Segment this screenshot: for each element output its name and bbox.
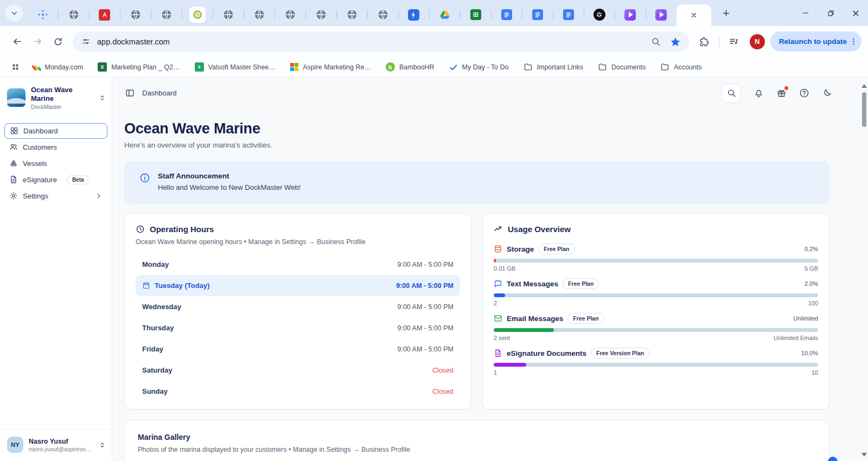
chevron-up-down-icon (98, 441, 106, 449)
close-tab-icon[interactable] (690, 11, 698, 19)
pinned-tab[interactable] (584, 5, 615, 24)
card-title: Usage Overview (508, 225, 571, 234)
dark-mode-button[interactable] (822, 88, 832, 98)
scroll-up-button[interactable] (861, 82, 867, 89)
pinned-tab[interactable] (244, 5, 275, 24)
pinned-tab[interactable] (89, 5, 120, 24)
bookmark-label: Marketing Plan _ Q2… (111, 63, 180, 71)
pinned-tab[interactable] (367, 5, 398, 24)
back-button[interactable] (7, 31, 27, 52)
pinned-tab[interactable] (305, 5, 336, 24)
sidebar-item-dashboard[interactable]: Dashboard (4, 123, 107, 139)
usage-percent: 2.0% (805, 280, 818, 287)
bookmark-valsoft-sheet[interactable]: Valsoft Master Shee… (191, 60, 279, 74)
toolbar-divider (719, 36, 719, 48)
scroll-down-button[interactable] (861, 451, 867, 458)
zoom-indicator-icon[interactable] (651, 37, 661, 47)
help-button[interactable] (799, 88, 809, 98)
close-window-button[interactable] (843, 0, 868, 26)
google-drive-icon (439, 9, 450, 20)
pinned-tab[interactable] (460, 5, 491, 24)
apps-grid-icon[interactable] (9, 62, 22, 72)
sidebar-item-vessels[interactable]: Vessels (4, 156, 107, 171)
usage-min: 1 (494, 369, 497, 376)
workspace-switcher[interactable]: Ocean Wave Marine DockMaster (0, 78, 112, 117)
day-label: Tuesday (Today) (155, 281, 209, 290)
pinned-tab[interactable] (27, 5, 58, 24)
bookmark-aspire-marketing[interactable]: Aspire Marketing Re… (286, 61, 375, 74)
restore-button[interactable] (818, 0, 843, 26)
pinned-tab[interactable] (522, 5, 553, 24)
globe-icon (378, 9, 388, 20)
extensions-button[interactable] (694, 31, 714, 52)
pinned-tab[interactable] (553, 5, 584, 24)
pinned-tab[interactable] (398, 5, 429, 24)
pinned-tab[interactable] (336, 5, 367, 24)
scroll-thumb[interactable] (862, 92, 866, 127)
usage-label: Storage (507, 245, 534, 253)
bookmark-bamboohr[interactable]: BambooHR (382, 60, 438, 74)
pinned-tab[interactable] (58, 5, 89, 24)
pinned-tab[interactable] (120, 5, 151, 24)
media-controls-button[interactable] (724, 31, 744, 52)
marina-gallery-card: Marina Gallery Photos of the marina disp… (124, 420, 829, 461)
bookmark-my-day[interactable]: My Day - To Do (445, 61, 513, 74)
pinned-tab[interactable] (615, 5, 646, 24)
pinned-tab[interactable] (182, 5, 213, 24)
moon-icon (822, 88, 832, 98)
bookmark-monday[interactable]: Monday.com (29, 61, 87, 73)
bookmark-label: Documents (611, 63, 646, 71)
spiral-logo-icon (189, 7, 206, 23)
pinned-tab[interactable] (491, 5, 522, 24)
minimize-button[interactable] (793, 0, 818, 26)
check-icon (449, 63, 458, 72)
bolt-app-icon (408, 9, 419, 21)
acrobat-pdf-icon (99, 9, 110, 21)
bookmark-label: BambooHR (399, 63, 435, 71)
folder-icon (524, 62, 533, 72)
bookmark-folder-documents[interactable]: Documents (594, 60, 649, 74)
pinned-tab[interactable] (429, 5, 460, 24)
chevron-down-icon (10, 9, 18, 17)
sidebar-toggle-button[interactable] (125, 88, 135, 98)
address-bar[interactable]: app.dockmaster.com (73, 31, 690, 52)
sidebar-nav: Dashboard Customers Vessels eSignature B… (0, 117, 112, 204)
progress-fill (494, 293, 505, 297)
user-menu[interactable]: NY Nasro Yusuf nasro.yusuf@aspiresoftwar… (0, 429, 112, 461)
whats-new-button[interactable] (776, 88, 787, 98)
hours-row: Thursday9:00 AM - 5:00 PM (136, 317, 460, 338)
pinned-tab[interactable] (646, 5, 676, 24)
sidebar-item-settings[interactable]: Settings (4, 188, 107, 204)
pinned-tab[interactable] (151, 5, 182, 24)
menu-kebab-icon[interactable] (849, 37, 858, 46)
notifications-button[interactable] (754, 88, 764, 98)
reload-button[interactable] (48, 31, 68, 52)
clock-icon (136, 225, 145, 234)
site-settings-icon[interactable] (81, 37, 91, 46)
pinned-tab[interactable] (275, 5, 305, 24)
user-email: nasro.yusuf@aspiresoftware… (29, 446, 93, 452)
pinned-tab[interactable] (213, 5, 244, 24)
tab-search-button[interactable] (5, 4, 23, 22)
usage-max: 100 (808, 300, 818, 306)
bookmark-marketing-plan[interactable]: Marketing Plan _ Q2… (94, 60, 183, 74)
forward-button[interactable] (27, 31, 48, 52)
bookmark-label: My Day - To Do (462, 63, 509, 71)
usage-min: 2 (494, 300, 497, 306)
sidebar-item-customers[interactable]: Customers (4, 139, 107, 155)
bookmark-folder-accounts[interactable]: Accounts (656, 60, 705, 74)
operating-hours-list: Monday9:00 AM - 5:00 PM Tuesday (Today) … (136, 254, 460, 402)
screen: app.dockmaster.com N Relaunch to update … (0, 0, 868, 461)
document-icon (9, 175, 18, 184)
new-tab-button[interactable] (718, 5, 734, 21)
bookmark-star-icon[interactable] (670, 36, 681, 47)
search-button[interactable] (722, 84, 741, 103)
relaunch-to-update-button[interactable]: Relaunch to update (770, 31, 861, 52)
profile-avatar[interactable]: N (750, 34, 765, 49)
sidebar-item-esignature[interactable]: eSignature Beta (4, 172, 107, 188)
app-topbar: Dashboard (113, 78, 868, 108)
active-tab[interactable] (676, 4, 711, 26)
url-text[interactable]: app.dockmaster.com (97, 37, 170, 46)
scrollbar[interactable] (860, 79, 868, 461)
bookmark-folder-important-links[interactable]: Important Links (520, 60, 587, 74)
